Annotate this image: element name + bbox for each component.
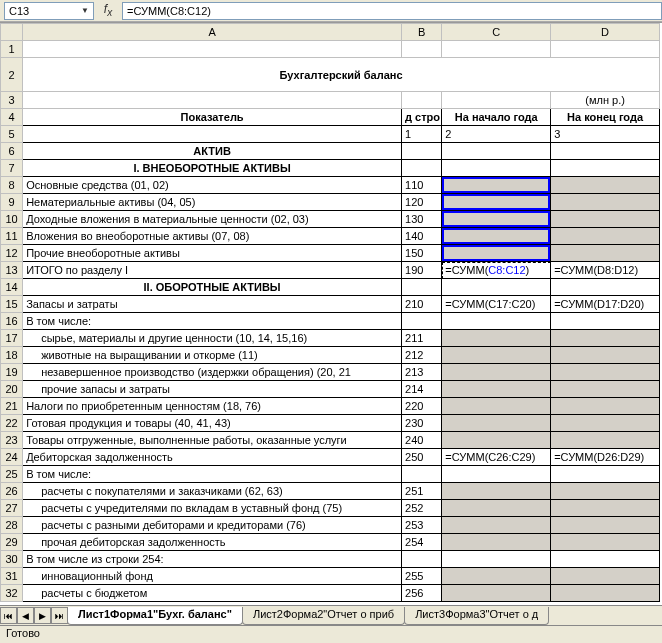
row-header[interactable]: 14 <box>1 279 23 296</box>
cell[interactable]: д стро <box>402 109 442 126</box>
row-header[interactable]: 9 <box>1 194 23 211</box>
cell[interactable]: расчеты с учредителями по вкладам в уста… <box>23 500 402 517</box>
cell[interactable] <box>551 143 660 160</box>
row-header[interactable]: 26 <box>1 483 23 500</box>
cell[interactable] <box>442 143 551 160</box>
cell[interactable]: 255 <box>402 568 442 585</box>
row-header[interactable]: 12 <box>1 245 23 262</box>
row-header[interactable]: 17 <box>1 330 23 347</box>
row-header[interactable]: 3 <box>1 92 23 109</box>
cell[interactable]: животные на выращивании и откорме (11) <box>23 347 402 364</box>
cell[interactable] <box>402 41 442 58</box>
formula-input[interactable]: =СУММ(C8:C12) <box>122 2 662 20</box>
cell[interactable]: 130 <box>402 211 442 228</box>
cell[interactable] <box>442 228 551 245</box>
col-header-C[interactable]: C <box>442 24 551 41</box>
row-header[interactable]: 19 <box>1 364 23 381</box>
row-header[interactable]: 16 <box>1 313 23 330</box>
cell[interactable]: 256 <box>402 585 442 602</box>
cell[interactable]: 210 <box>402 296 442 313</box>
cell[interactable]: 2 <box>442 126 551 143</box>
cell[interactable] <box>442 279 551 296</box>
row-header[interactable]: 32 <box>1 585 23 602</box>
cell[interactable]: 120 <box>402 194 442 211</box>
row-header[interactable]: 24 <box>1 449 23 466</box>
cell[interactable]: I. ВНЕОБОРОТНЫЕ АКТИВЫ <box>23 160 402 177</box>
cell[interactable]: Основные средства (01, 02) <box>23 177 402 194</box>
cell[interactable] <box>551 330 660 347</box>
cell[interactable] <box>442 245 551 262</box>
cell[interactable] <box>551 41 660 58</box>
row-header[interactable]: 21 <box>1 398 23 415</box>
cell[interactable]: =СУММ(C26:C29) <box>442 449 551 466</box>
row-header[interactable]: 31 <box>1 568 23 585</box>
cell[interactable] <box>551 228 660 245</box>
cell[interactable]: 220 <box>402 398 442 415</box>
cell[interactable]: 150 <box>402 245 442 262</box>
cell[interactable] <box>442 568 551 585</box>
row-header[interactable]: 5 <box>1 126 23 143</box>
row-header[interactable]: 28 <box>1 517 23 534</box>
cell[interactable]: прочие запасы и затраты <box>23 381 402 398</box>
dropdown-icon[interactable]: ▼ <box>81 6 89 15</box>
tab-nav-last-icon[interactable]: ⏭ <box>51 607 68 624</box>
row-header[interactable]: 23 <box>1 432 23 449</box>
row-header[interactable]: 8 <box>1 177 23 194</box>
cell[interactable] <box>442 160 551 177</box>
cell[interactable] <box>442 347 551 364</box>
cell[interactable]: Товары отгруженные, выполненные работы, … <box>23 432 402 449</box>
cell[interactable] <box>442 177 551 194</box>
cell[interactable] <box>442 466 551 483</box>
cell[interactable]: Налоги по приобретенным ценностям (18, 7… <box>23 398 402 415</box>
cell[interactable] <box>551 211 660 228</box>
cell[interactable]: расчеты с разными дебиторами и кредитора… <box>23 517 402 534</box>
cell[interactable]: 252 <box>402 500 442 517</box>
name-box[interactable]: C13 ▼ <box>4 2 94 20</box>
cell[interactable]: II. ОБОРОТНЫЕ АКТИВЫ <box>23 279 402 296</box>
cell[interactable]: прочая дебиторская задолженность <box>23 534 402 551</box>
cell[interactable]: 251 <box>402 483 442 500</box>
cell[interactable]: 3 <box>551 126 660 143</box>
cell[interactable]: сырье, материалы и другие ценности (10, … <box>23 330 402 347</box>
cell[interactable] <box>442 517 551 534</box>
cell[interactable]: 212 <box>402 347 442 364</box>
cell[interactable] <box>551 398 660 415</box>
cell[interactable] <box>551 194 660 211</box>
row-header[interactable]: 22 <box>1 415 23 432</box>
cell[interactable] <box>442 313 551 330</box>
cell[interactable] <box>402 92 442 109</box>
cell[interactable]: Прочие внеоборотные активы <box>23 245 402 262</box>
cell[interactable]: В том числе: <box>23 466 402 483</box>
col-header-A[interactable]: A <box>23 24 402 41</box>
cell[interactable] <box>23 92 402 109</box>
cell[interactable]: 230 <box>402 415 442 432</box>
cell[interactable] <box>442 381 551 398</box>
cell[interactable] <box>551 177 660 194</box>
row-header[interactable]: 7 <box>1 160 23 177</box>
tab-nav-next-icon[interactable]: ▶ <box>34 607 51 624</box>
cell[interactable] <box>442 330 551 347</box>
spreadsheet-grid[interactable]: A B C D 1 2Бухгалтерский баланс 3(млн р.… <box>0 22 662 604</box>
cell[interactable]: 254 <box>402 534 442 551</box>
row-header[interactable]: 4 <box>1 109 23 126</box>
cell[interactable] <box>402 313 442 330</box>
cell[interactable] <box>551 432 660 449</box>
cell[interactable] <box>442 92 551 109</box>
cell[interactable] <box>442 534 551 551</box>
cell[interactable]: (млн р.) <box>551 92 660 109</box>
sheet-tab-1[interactable]: Лист1Форма1"Бухг. баланс" <box>67 607 243 625</box>
select-all-corner[interactable] <box>1 24 23 41</box>
row-header[interactable]: 1 <box>1 41 23 58</box>
cell[interactable] <box>551 381 660 398</box>
sheet-tab-3[interactable]: Лист3Форма3"Отчет о д <box>404 607 549 625</box>
cell[interactable]: ИТОГО по разделу I <box>23 262 402 279</box>
cell[interactable] <box>442 41 551 58</box>
cell[interactable] <box>442 432 551 449</box>
tab-nav-prev-icon[interactable]: ◀ <box>17 607 34 624</box>
row-header[interactable]: 11 <box>1 228 23 245</box>
row-header[interactable]: 15 <box>1 296 23 313</box>
cell[interactable]: В том числе: <box>23 313 402 330</box>
cell[interactable]: =СУММ(D26:D29) <box>551 449 660 466</box>
cell[interactable]: В том числе из строки 254: <box>23 551 402 568</box>
cell[interactable]: На конец года <box>551 109 660 126</box>
